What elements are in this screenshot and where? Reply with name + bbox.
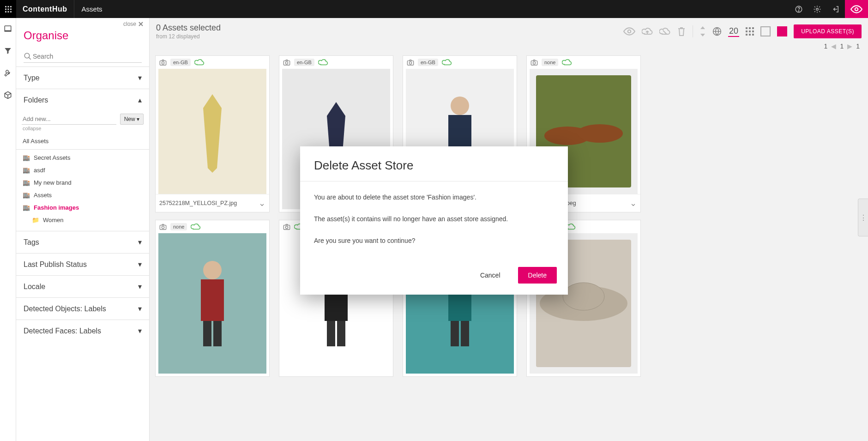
gear-icon[interactable] (808, 0, 826, 18)
svg-point-28 (162, 62, 164, 64)
store-icon: 🏬 (23, 167, 30, 174)
delete-button[interactable]: Delete (518, 267, 557, 284)
svg-rect-7 (7, 11, 9, 12)
close-label: close (123, 21, 136, 27)
svg-rect-4 (7, 8, 9, 10)
new-folder-button[interactable]: New ▾ (120, 114, 144, 125)
svg-rect-24 (746, 34, 747, 36)
help-icon[interactable] (790, 0, 808, 18)
accordion-type[interactable]: Type ▾ (16, 66, 149, 89)
chevron-down-icon[interactable]: ⌄ (259, 198, 265, 208)
svg-rect-19 (749, 27, 751, 29)
store-icon: 🏬 (23, 154, 30, 161)
displayed-count: from 12 displayed (156, 33, 221, 41)
svg-rect-23 (752, 30, 754, 32)
add-folder-input[interactable] (22, 114, 116, 125)
package-icon[interactable] (4, 91, 12, 99)
page-size[interactable]: 20 (728, 26, 739, 37)
globe-icon[interactable] (712, 27, 722, 36)
cloud-upload-icon[interactable] (642, 27, 653, 36)
apps-icon[interactable] (0, 0, 16, 18)
tree-asdf[interactable]: 🏬 asdf (22, 164, 144, 176)
tree-all-assets[interactable]: All Assets (22, 135, 144, 147)
pager-last[interactable]: 1 (856, 42, 860, 50)
tile-toggle-icon[interactable] (777, 26, 787, 36)
tree-label: Women (43, 217, 64, 224)
svg-rect-18 (746, 27, 747, 29)
svg-point-11 (816, 8, 819, 10)
exit-icon[interactable] (826, 0, 845, 18)
search-row (24, 50, 142, 63)
nav-iconstrip (0, 18, 16, 441)
upload-assets-button[interactable]: UPLOAD ASSET(S) (794, 24, 862, 38)
library-icon[interactable] (4, 24, 12, 33)
chevron-down-icon: ▾ (138, 326, 142, 335)
accordion-locale[interactable]: Locale ▾ (16, 275, 149, 297)
accordion-detected-objects[interactable]: Detected Objects: Labels ▾ (16, 297, 149, 320)
asset-thumbnail[interactable] (158, 233, 266, 374)
svg-point-16 (628, 30, 631, 33)
cloud-icon (191, 223, 201, 230)
asset-thumbnail[interactable] (158, 69, 266, 194)
cloud-off-icon[interactable] (659, 27, 670, 36)
delete-asset-store-modal: Delete Asset Store You are about to dele… (300, 146, 568, 295)
chevron-down-icon: ▾ (138, 73, 142, 82)
collapse-link[interactable]: collapse (23, 126, 144, 131)
svg-point-45 (203, 261, 222, 279)
tree-label: All Assets (23, 138, 48, 145)
grid-icon[interactable] (746, 27, 754, 36)
search-input[interactable] (32, 52, 142, 60)
chevron-down-icon[interactable]: ⌄ (630, 198, 637, 208)
svg-point-10 (798, 11, 799, 12)
svg-rect-53 (327, 321, 335, 346)
chevron-down-icon: ▾ (138, 282, 142, 291)
pager-next-icon[interactable]: ▶ (847, 42, 852, 50)
trash-icon[interactable] (677, 26, 686, 36)
filter-icon[interactable] (4, 47, 12, 55)
accordion-folders[interactable]: Folders ▴ (16, 89, 149, 111)
tree-label: My new brand (34, 179, 72, 186)
tree-secret-assets[interactable]: 🏬 Secret Assets (22, 151, 144, 164)
svg-point-35 (451, 97, 469, 115)
asset-card[interactable]: en-GB25752218M_YELLOSI_PZ.jpg⌄ (155, 55, 270, 212)
checkbox-icon[interactable] (760, 26, 771, 36)
svg-rect-48 (213, 321, 222, 346)
accordion-tags[interactable]: Tags ▾ (16, 231, 149, 253)
modal-line2: The asset(s) it contains will no longer … (314, 214, 554, 224)
panel-title: Organise (24, 29, 142, 42)
cancel-button[interactable]: Cancel (470, 267, 511, 284)
accordion-detected-faces[interactable]: Detected Faces: Labels ▾ (16, 320, 149, 342)
brand-logo[interactable]: ContentHub (16, 5, 74, 13)
left-panel: close Organise Type ▾ Folders ▴ New ▾ co… (16, 18, 150, 441)
modal-line3: Are you sure you want to continue? (314, 236, 554, 246)
sort-icon[interactable] (699, 26, 706, 36)
svg-point-44 (162, 226, 164, 229)
svg-rect-59 (451, 321, 459, 346)
preview-eye-icon[interactable] (845, 0, 868, 18)
pager-prev-icon[interactable]: ◀ (831, 42, 836, 50)
tree-women[interactable]: 📁 Women (22, 214, 144, 226)
assets-toolbar: 0 Assets selected from 12 displayed 20 U… (150, 18, 868, 42)
accordion-label: Type (24, 74, 40, 82)
svg-rect-1 (7, 6, 9, 7)
accordion-label: Locale (24, 283, 45, 291)
pager-first[interactable]: 1 (824, 42, 828, 50)
locale-chip: en-GB (170, 59, 191, 66)
eye-icon[interactable] (623, 27, 635, 36)
tree-fashion-images[interactable]: 🏬 Fashion images (22, 201, 144, 214)
right-drawer-handle[interactable]: ⋮ (858, 199, 868, 236)
section-title: Assets (74, 5, 110, 13)
selected-count: 0 Assets selected (156, 23, 221, 33)
tree-my-new-brand[interactable]: 🏬 My new brand (22, 176, 144, 189)
tree-assets[interactable]: 🏬 Assets (22, 189, 144, 201)
folder-icon: 📁 (32, 217, 39, 224)
locale-chip: en-GB (418, 59, 438, 66)
asset-card[interactable]: none (155, 220, 270, 377)
svg-point-31 (285, 62, 288, 64)
accordion-last-publish[interactable]: Last Publish Status ▾ (16, 253, 149, 275)
camera-icon (159, 224, 167, 230)
close-panel-button[interactable]: close (16, 18, 149, 27)
accordion-label: Detected Faces: Labels (24, 327, 101, 335)
locale-chip: none (170, 223, 187, 230)
tools-icon[interactable] (4, 69, 12, 77)
